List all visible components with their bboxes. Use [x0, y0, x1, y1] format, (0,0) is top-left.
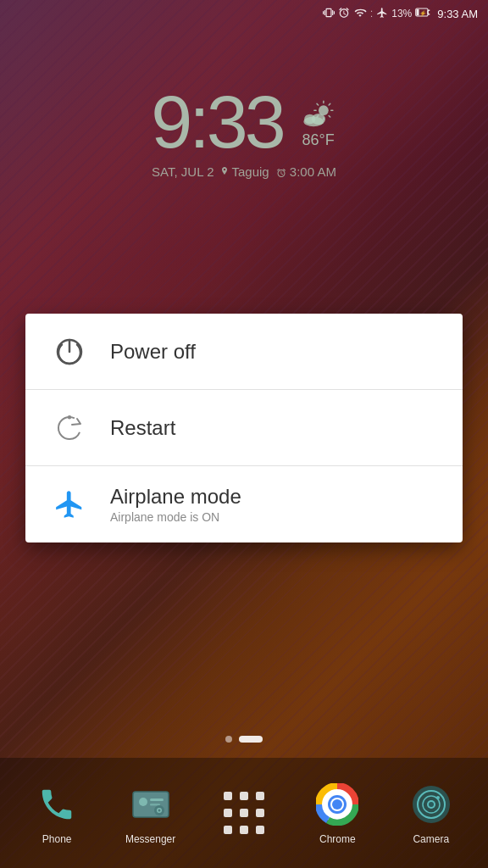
airplane-mode-text: Airplane mode Airplane mode is ON: [110, 485, 241, 524]
power-icon: [53, 335, 86, 369]
dock-chrome[interactable]: Chrome: [299, 781, 375, 845]
dock-apps[interactable]: [206, 789, 282, 837]
svg-point-24: [139, 798, 147, 806]
camera-label: Camera: [413, 833, 449, 845]
clock-widget: 9:33 86°F SAT, JUL 2: [0, 85, 488, 179]
wifi-icon: [353, 7, 367, 21]
power-off-text: Power off: [110, 340, 196, 364]
clock-date: SAT, JUL 2: [152, 164, 214, 179]
page-dot-active: [239, 736, 263, 743]
svg-text:⚡: ⚡: [420, 9, 428, 17]
dock: Phone Messenger: [0, 758, 488, 868]
power-off-label: Power off: [110, 340, 196, 364]
restart-label: Restart: [110, 416, 175, 440]
restart-item[interactable]: Restart: [25, 390, 463, 466]
chrome-icon: [313, 781, 361, 828]
signal-divider: ⁚: [370, 9, 373, 19]
battery-percent: 13%: [391, 8, 412, 19]
svg-point-17: [304, 114, 315, 124]
vibrate-icon: [323, 7, 335, 21]
clock-location: Taguig: [220, 164, 269, 179]
svg-point-29: [158, 810, 160, 812]
restart-text: Restart: [110, 416, 175, 440]
svg-point-40: [436, 796, 440, 799]
messenger-label: Messenger: [125, 833, 175, 845]
svg-line-12: [329, 115, 330, 117]
status-time: 9:33 AM: [437, 8, 478, 20]
dock-phone[interactable]: Phone: [19, 781, 95, 845]
alarm-status-icon: [338, 7, 350, 21]
phone-icon: [33, 781, 80, 828]
apps-icon: [220, 789, 268, 837]
airplane-mode-label: Airplane mode: [110, 485, 241, 509]
battery-icon: ⚡: [415, 7, 430, 20]
dock-messenger[interactable]: Messenger: [113, 781, 189, 845]
power-off-item[interactable]: Power off: [25, 314, 463, 390]
status-icons: ⁚ 13% ⚡ 9:33 AM: [323, 7, 478, 21]
dock-camera[interactable]: Camera: [393, 781, 469, 845]
svg-rect-1: [417, 9, 419, 16]
chrome-label: Chrome: [319, 833, 356, 845]
messenger-icon: [127, 781, 175, 828]
page-dot-1: [225, 736, 232, 743]
airplane-mode-status: Airplane mode is ON: [110, 510, 241, 524]
weather-widget: 86°F: [300, 99, 337, 149]
camera-icon: [408, 781, 455, 828]
airplane-icon: [53, 487, 86, 521]
power-menu-dialog: Power off Restart Airplane mode Airplane: [25, 314, 463, 542]
svg-point-21: [68, 415, 71, 419]
svg-line-14: [329, 103, 330, 105]
restart-icon: [53, 411, 86, 445]
page-indicators: [0, 736, 488, 743]
phone-label: Phone: [42, 833, 72, 845]
svg-line-11: [317, 103, 319, 105]
svg-point-39: [429, 802, 434, 807]
clock-alarm: 3:00 AM: [276, 164, 336, 179]
airplane-mode-item[interactable]: Airplane mode Airplane mode is ON: [25, 466, 463, 542]
clock-display: 9:33: [151, 85, 282, 159]
status-bar: ⁚ 13% ⚡ 9:33 AM: [0, 0, 488, 27]
weather-temperature: 86°F: [302, 131, 335, 149]
clock-date-row: SAT, JUL 2 Taguig 3:00 AM: [152, 164, 336, 179]
svg-rect-25: [150, 798, 164, 801]
airplane-status-icon: [376, 7, 388, 21]
